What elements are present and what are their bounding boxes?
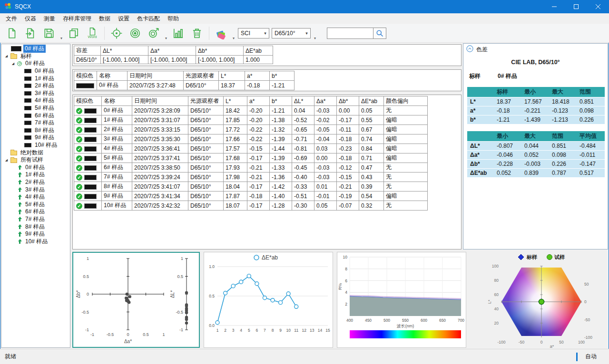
tree-item[interactable]: 5# 样品 [1,105,70,112]
sample-row[interactable]: ✓1# 样品2020/7/25 3:31:07D65/10°17.85-0.20… [74,115,428,125]
color-swatch [24,135,31,140]
tree-folder-absolute[interactable]: 绝对数据 [1,149,70,156]
folder-icon [10,151,17,155]
tree-item-label: 9# 样品 [33,134,56,142]
delete-button[interactable] [189,25,205,42]
tree-item[interactable]: 9# 样品 [1,230,70,238]
tree-item[interactable]: 4# 样品 [1,193,70,201]
sample-row[interactable]: ✓7# 样品2020/7/25 3:39:24D65/10°17.98-0.21… [74,172,428,182]
trial-arrow-icon [18,224,22,230]
copy-button[interactable] [66,25,82,42]
tree-item[interactable]: 2# 样品 [1,82,70,90]
sample-row[interactable]: ✓10# 样品2020/7/25 3:42:32D65/10°18.07-0.1… [74,201,428,211]
expander-icon[interactable]: ◢ [11,62,15,66]
menu-item-2[interactable]: 测量 [40,15,59,23]
tree-item[interactable]: 8# 样品 [1,127,70,134]
menu-item-7[interactable]: 帮助 [164,15,183,23]
tree-item-label: 0# 样品 [24,163,46,172]
header-row: 模拟色名称日期时间光源观察者L*a*b*ΔL*Δa*Δb*ΔE*ab颜色偏向 [74,96,428,106]
menu-item-5[interactable]: 设置 [114,15,133,23]
tree-item[interactable]: 3# 样品 [1,186,70,193]
sample-row[interactable]: ✓5# 样品2020/7/25 3:37:41D65/10°17.68-0.17… [74,153,428,163]
chevron-down-icon[interactable]: ▾ [314,36,316,40]
color-swatch [11,46,21,51]
search-icon[interactable] [373,28,386,39]
sample-row[interactable]: ✓2# 样品2020/7/25 3:33:15D65/10°17.72-0.22… [74,125,428,134]
toolbar: ▾ Word ▾ ▾ SCI ▾ D65/10° ▾ ▾ [0,24,609,43]
export-word-button[interactable]: Word [84,25,100,42]
svg-text:1: 1 [181,256,183,261]
measure-standard-button[interactable] [127,25,143,42]
menu-item-0[interactable]: 文件 [2,15,21,23]
tree-item[interactable]: 6# 样品 [1,208,70,216]
trial-arrow-icon [18,187,22,192]
tree-item[interactable]: 8# 样品 [1,223,70,230]
tree-item[interactable]: 1# 样品 [1,171,70,179]
expander-icon[interactable]: ◢ [4,158,9,162]
maximize-button[interactable] [565,0,587,13]
search-input[interactable] [327,28,373,39]
chart-button[interactable] [170,25,187,42]
tree-folder-trials[interactable]: ◢所有试样 [1,156,70,164]
tree-item[interactable]: 9# 样品 [1,134,70,142]
color-swatch [84,127,97,133]
standard-panel: 模拟色名称日期时间光源观察者L*a*b*0# 样品2020/7/25 3:27:… [72,69,462,91]
tree-item[interactable]: 7# 样品 [1,216,70,223]
export-button[interactable] [22,25,39,42]
tree-item-selected[interactable]: 0# 样品 [1,45,70,53]
sample-row[interactable]: ✓9# 样品2020/7/25 3:41:34D65/10°17.87-0.18… [74,192,428,201]
save-button[interactable] [41,25,57,42]
tolerance-row[interactable]: D65/10°[-1.000, 1.000][-1.000, 1.000][-1… [74,56,273,64]
sample-row[interactable]: ✓3# 样品2020/7/25 3:35:30D65/10°17.66-0.22… [74,134,428,144]
tree-item-label: 7# 样品 [24,215,46,223]
svg-text:12: 12 [302,328,307,333]
close-button[interactable] [587,0,609,13]
header-row: 容差ΔL*Δa*Δb*ΔE*ab [74,46,273,56]
measure-sample-button[interactable] [146,25,162,42]
pass-icon: ✓ [76,117,82,124]
svg-text:0: 0 [540,340,543,345]
tree-item[interactable]: 3# 样品 [1,90,70,97]
tree-folder-standards[interactable]: ◢标样 [1,53,70,60]
tree-item[interactable]: 1# 样品 [1,75,70,82]
color-card-match-button[interactable] [213,25,229,42]
menu-item-3[interactable]: 存样库管理 [59,15,95,23]
menu-item-4[interactable]: 数据 [95,15,114,23]
tree-item[interactable]: 2# 样品 [1,179,70,186]
tree-item[interactable]: 4# 样品 [1,97,70,105]
tree-item-label: 3# 样品 [33,89,56,97]
menu-item-6[interactable]: 色卡匹配 [133,15,164,23]
chevron-down-icon[interactable]: ▾ [233,36,235,40]
tree-item-label: 0# 样品 [24,59,46,67]
illuminant-select[interactable]: D65/10° ▾ [272,28,311,38]
sample-row[interactable]: ✓6# 样品2020/7/25 3:38:50D65/10°17.93-0.21… [74,163,428,172]
tree-item[interactable]: 7# 样品 [1,119,70,127]
tree-item[interactable]: 5# 样品 [1,201,70,208]
chevron-down-icon[interactable]: ▾ [165,36,167,40]
sample-row[interactable]: ✓4# 样品2020/7/25 3:36:41D65/10°17.57-0.15… [74,144,428,153]
deltaE-trend-chart: ΔE*ab0.00.51.0123456789101112131415 [204,252,333,346]
collapse-panel-icon[interactable] [466,45,473,54]
tree-standard-node[interactable]: ◢0# 样品 [1,60,70,67]
tree-item[interactable]: 0# 样品 [1,67,70,75]
chevron-down-icon[interactable]: ▾ [60,36,62,40]
menu-item-1[interactable]: 仪器 [21,15,40,23]
sci-mode-select[interactable]: SCI ▾ [238,28,269,38]
sample-row[interactable]: ✓8# 样品2020/7/25 3:41:07D65/10°18.04-0.17… [74,182,428,192]
new-document-button[interactable] [4,25,20,42]
column-header: ΔL* [101,46,148,56]
tree-item-label: 1# 样品 [33,75,56,83]
standard-row[interactable]: 0# 样品2020/7/25 3:27:48D65/10°18.37-0.18-… [74,81,295,90]
sample-row[interactable]: ✓0# 样品2020/7/25 3:28:09D65/10°18.42-0.20… [74,106,428,115]
tree-item[interactable]: 6# 样品 [1,112,70,119]
tree-item[interactable]: 10# 样品 [1,238,70,245]
tree-item[interactable]: 0# 样品 [1,164,70,172]
charts-row: -1-0.500.51-1-0.500.51Δb*Δa*-1-0.50.51ΔL… [72,252,609,348]
calibrate-button[interactable] [108,25,125,42]
svg-text:5: 5 [248,328,250,333]
expander-icon[interactable]: ◢ [4,54,9,58]
svg-text:10: 10 [343,255,348,259]
minimize-button[interactable] [543,0,565,13]
status-mode[interactable]: 自动 [585,353,597,361]
tree-item[interactable]: 10# 样品 [1,142,70,149]
